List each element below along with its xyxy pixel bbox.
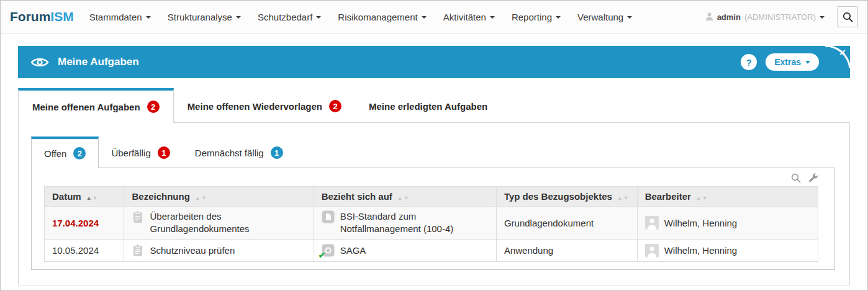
chevron-down-icon: [805, 61, 810, 64]
extras-button[interactable]: Extras: [766, 53, 819, 71]
chevron-down-icon: [556, 16, 561, 19]
top-navbar: ForumISM Stammdaten Strukturanalyse Schu…: [1, 1, 867, 34]
menu-strukturanalyse[interactable]: Strukturanalyse: [168, 12, 241, 22]
corner-arc: [821, 46, 850, 72]
count-badge: 1: [271, 146, 283, 159]
table-row[interactable]: 17.04.2024 Überarbeiten des Grundlagendo…: [45, 207, 818, 240]
subtab-label: Offen: [44, 148, 66, 159]
task-clipboard-icon: [132, 210, 144, 223]
eye-icon: [30, 56, 49, 68]
count-badge: 2: [329, 100, 341, 112]
chevron-down-icon: [422, 16, 427, 19]
task-title[interactable]: Schutzniveau prüfen: [150, 245, 235, 256]
related-object[interactable]: BSI-Standard zum Notfallmanagement (100-…: [340, 210, 468, 236]
page-title: Meine Aufgaben: [58, 56, 139, 68]
menu-label: Stammdaten: [89, 12, 142, 22]
column-header-typ[interactable]: Typ des Bezugsobjektes▲▼: [496, 187, 637, 207]
related-object[interactable]: SAGA: [340, 245, 366, 256]
column-header-datum[interactable]: Datum▲▼: [45, 187, 124, 207]
user-name: admin: [717, 12, 741, 22]
count-badge: 1: [158, 146, 170, 159]
assignee-name[interactable]: Wilhelm, Henning: [664, 245, 738, 256]
sort-icons[interactable]: ▲▼: [617, 195, 630, 201]
main-menu: Stammdaten Strukturanalyse Schutzbedarf …: [89, 12, 633, 22]
sort-icons[interactable]: ▲▼: [397, 195, 410, 201]
document-icon: [322, 210, 335, 223]
assignee-name[interactable]: Wilhelm, Henning: [664, 218, 738, 228]
widget-corner: ×: [821, 46, 850, 72]
help-button[interactable]: ?: [741, 54, 757, 70]
tab-meine-erledigten-aufgaben[interactable]: Meine erledigten Aufgaben: [355, 88, 501, 122]
sort-icons[interactable]: ▲▼: [195, 195, 207, 201]
extras-label: Extras: [774, 57, 801, 67]
chevron-down-icon: [490, 16, 495, 19]
chevron-down-icon: [236, 16, 241, 19]
user-menu[interactable]: admin (ADMINISTRATOR): [705, 12, 825, 22]
tab-label: Meine offenen Wiedervorlagen: [188, 101, 322, 112]
user-role: (ADMINISTRATOR): [744, 12, 816, 22]
menu-label: Verwaltung: [577, 12, 623, 22]
count-badge: 2: [73, 147, 86, 159]
sub-tabs: Offen 2 Überfällig 1 Demnächst fällig 1: [31, 137, 835, 168]
column-label: Bearbeiter: [645, 191, 691, 202]
tab-meine-offenen-aufgaben[interactable]: Meine offenen Aufgaben 2: [18, 88, 174, 123]
close-icon[interactable]: ×: [839, 47, 846, 58]
avatar: [645, 216, 659, 230]
subtab-ueberfaellig[interactable]: Überfällig 1: [99, 137, 182, 168]
column-header-bezeichnung[interactable]: Bezeichnung▲▼: [124, 187, 314, 207]
search-icon: [843, 12, 853, 22]
menu-label: Schutzbedarf: [258, 12, 312, 22]
tab-label: Meine offenen Aufgaben: [32, 102, 140, 112]
menu-label: Aktivitäten: [443, 12, 486, 22]
menu-aktivitaeten[interactable]: Aktivitäten: [443, 12, 495, 22]
chevron-down-icon: [316, 16, 321, 19]
chevron-down-icon: [627, 16, 632, 19]
tab-label: Meine erledigten Aufgaben: [369, 101, 487, 112]
menu-verwaltung[interactable]: Verwaltung: [577, 12, 632, 22]
object-type: Anwendung: [504, 245, 553, 256]
menu-label: Reporting: [512, 12, 552, 22]
menu-risikomanagement[interactable]: Risikomanagement: [338, 12, 426, 22]
menu-label: Strukturanalyse: [168, 12, 232, 22]
table-settings-wrench-icon[interactable]: [808, 173, 818, 183]
column-header-bearbeiter[interactable]: Bearbeiter▲▼: [637, 187, 818, 207]
avatar: [645, 244, 659, 257]
table-search-icon[interactable]: [791, 173, 801, 183]
app-window: ForumISM Stammdaten Strukturanalyse Schu…: [0, 0, 868, 291]
tab-content-panel: Offen 2 Überfällig 1 Demnächst fällig 1: [18, 122, 850, 285]
main-tabs: Meine offenen Aufgaben 2 Meine offenen W…: [18, 88, 850, 122]
application-icon: ✔: [322, 244, 335, 257]
menu-schutzbedarf[interactable]: Schutzbedarf: [258, 12, 321, 22]
status-check-icon: ✔: [319, 251, 325, 260]
chevron-down-icon: [146, 16, 151, 19]
table-row[interactable]: 10.05.2024 Schutzniveau prüfen: [45, 240, 818, 261]
tasks-table: Datum▲▼ Bezeichnung▲▼ Bezieht sich auf▲▼…: [44, 186, 818, 262]
sort-icons[interactable]: ▲▼: [696, 195, 708, 201]
task-date: 17.04.2024: [52, 218, 99, 228]
chevron-down-icon: [820, 16, 825, 19]
subtab-demnaechst-faellig[interactable]: Demnächst fällig 1: [183, 137, 296, 168]
column-label: Bezeichnung: [132, 191, 189, 202]
column-header-bezieht-sich-auf[interactable]: Bezieht sich auf▲▼: [314, 187, 496, 207]
menu-stammdaten[interactable]: Stammdaten: [89, 12, 151, 22]
global-search-button[interactable]: [837, 6, 858, 27]
subtab-label: Überfällig: [111, 148, 150, 158]
subtab-offen[interactable]: Offen 2: [31, 137, 99, 168]
app-logo-primary: Forum: [10, 9, 50, 24]
app-logo[interactable]: ForumISM: [10, 9, 74, 24]
sort-asc-icon[interactable]: ▲▼: [86, 195, 99, 201]
task-title[interactable]: Überarbeiten des Grundlagendokumentes: [150, 210, 277, 236]
task-clipboard-icon: [132, 244, 144, 257]
widget-header: Meine Aufgaben ? Extras ×: [18, 46, 850, 78]
column-label: Bezieht sich auf: [322, 191, 392, 202]
tab-meine-offenen-wiedervorlagen[interactable]: Meine offenen Wiedervorlagen 2: [174, 88, 355, 122]
table-header-row: Datum▲▼ Bezeichnung▲▼ Bezieht sich auf▲▼…: [45, 187, 818, 207]
task-list-panel: Datum▲▼ Bezeichnung▲▼ Bezieht sich auf▲▼…: [31, 168, 835, 270]
task-date: 10.05.2024: [52, 245, 99, 256]
menu-reporting[interactable]: Reporting: [512, 12, 561, 22]
count-badge: 2: [147, 101, 160, 113]
app-logo-accent: ISM: [50, 9, 73, 24]
table-toolbar: [44, 171, 818, 186]
column-label: Typ des Bezugsobjektes: [504, 191, 612, 202]
user-icon: [705, 12, 713, 21]
